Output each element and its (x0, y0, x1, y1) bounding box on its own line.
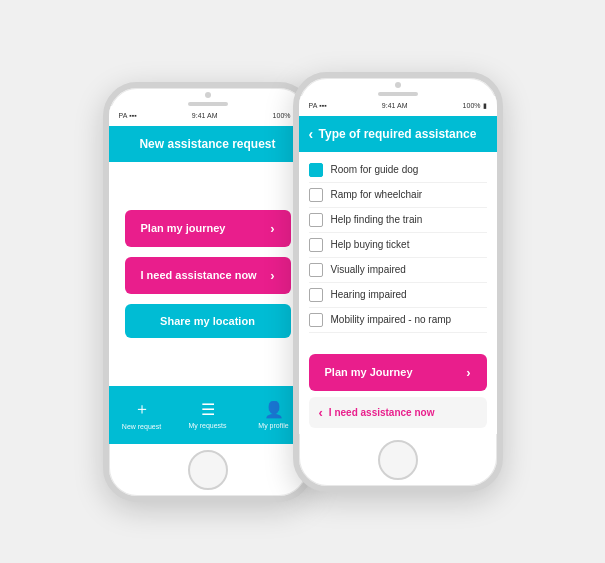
left-header-title: New assistance request (139, 137, 275, 151)
back-arrow-icon[interactable]: ‹ (309, 126, 314, 142)
carrier-left: PA (119, 112, 128, 119)
share-location-label: Share my location (160, 315, 255, 327)
signal-icon: ▪▪▪ (129, 112, 136, 119)
phones-container: PA ▪▪▪ 9:41 AM 100% ▮ New assistance req… (13, 12, 593, 552)
check-item-5[interactable]: Hearing impaired (309, 283, 487, 308)
signal-icon-right: ▪▪▪ (319, 102, 326, 109)
right-app-header: ‹ Type of required assistance (299, 116, 497, 152)
home-button-right[interactable] (378, 440, 418, 480)
left-screen-content: Plan my journey › I need assistance now … (109, 162, 307, 444)
my-requests-icon: ☰ (201, 400, 215, 419)
battery-right: 100% (463, 102, 481, 109)
check-label-1: Ramp for wheelchair (331, 189, 423, 200)
check-item-2[interactable]: Help finding the train (309, 208, 487, 233)
camera-dot (205, 92, 211, 98)
checkbox-6[interactable] (309, 313, 323, 327)
checkbox-2[interactable] (309, 213, 323, 227)
right-screen-content: Room for guide dog Ramp for wheelchair H… (299, 152, 497, 434)
check-label-2: Help finding the train (331, 214, 423, 225)
nav-new-request[interactable]: ＋ New request (109, 386, 175, 444)
share-location-button[interactable]: Share my location (125, 304, 291, 338)
my-profile-icon: 👤 (264, 400, 284, 419)
left-app-header: New assistance request (109, 126, 307, 162)
new-request-icon: ＋ (134, 399, 150, 420)
check-item-0[interactable]: Room for guide dog (309, 158, 487, 183)
phone-left: PA ▪▪▪ 9:41 AM 100% ▮ New assistance req… (103, 82, 313, 502)
carrier-right: PA (309, 102, 318, 109)
time-left: 9:41 AM (192, 112, 218, 119)
home-button-left[interactable] (188, 450, 228, 490)
assistance-now-chevron-left: › (270, 268, 274, 283)
left-main-content: Plan my journey › I need assistance now … (109, 162, 307, 386)
checkbox-5[interactable] (309, 288, 323, 302)
checkbox-0[interactable] (309, 163, 323, 177)
camera-dot-right (395, 82, 401, 88)
bottom-nav: ＋ New request ☰ My requests 👤 My profile (109, 386, 307, 444)
status-bar-left: PA ▪▪▪ 9:41 AM 100% ▮ (109, 106, 307, 126)
check-item-6[interactable]: Mobility impaired - no ramp (309, 308, 487, 333)
status-bar-right: PA ▪▪▪ 9:41 AM 100% ▮ (299, 96, 497, 116)
phone-right: PA ▪▪▪ 9:41 AM 100% ▮ ‹ Type of required… (293, 72, 503, 492)
check-item-3[interactable]: Help buying ticket (309, 233, 487, 258)
check-label-0: Room for guide dog (331, 164, 419, 175)
plan-journey-button-right[interactable]: Plan my Journey › (309, 354, 487, 391)
assistance-now-label-right: I need assistance now (329, 407, 435, 418)
check-label-5: Hearing impaired (331, 289, 407, 300)
assistance-now-label-left: I need assistance now (141, 269, 257, 281)
nav-new-request-label: New request (122, 423, 161, 430)
battery-left: 100% (273, 112, 291, 119)
check-label-3: Help buying ticket (331, 239, 410, 250)
plan-journey-label-left: Plan my journey (141, 222, 226, 234)
plan-journey-chevron-right: › (466, 365, 470, 380)
plan-journey-label-right: Plan my Journey (325, 366, 413, 378)
checkbox-4[interactable] (309, 263, 323, 277)
plan-journey-chevron-left: › (270, 221, 274, 236)
assistance-now-button-right[interactable]: ‹ I need assistance now (309, 397, 487, 428)
nav-my-requests[interactable]: ☰ My requests (175, 386, 241, 444)
battery-icon-right: ▮ (483, 102, 487, 110)
nav-my-requests-label: My requests (188, 422, 226, 429)
right-header-title: Type of required assistance (319, 127, 477, 141)
checkbox-3[interactable] (309, 238, 323, 252)
checkbox-1[interactable] (309, 188, 323, 202)
time-right: 9:41 AM (382, 102, 408, 109)
nav-my-profile-label: My profile (258, 422, 288, 429)
checklist: Room for guide dog Ramp for wheelchair H… (299, 152, 497, 346)
assistance-chevron-icon: ‹ (319, 405, 323, 420)
assistance-now-button-left[interactable]: I need assistance now › (125, 257, 291, 294)
check-item-1[interactable]: Ramp for wheelchair (309, 183, 487, 208)
right-bottom-actions: Plan my Journey › ‹ I need assistance no… (299, 346, 497, 434)
check-item-4[interactable]: Visually impaired (309, 258, 487, 283)
plan-journey-button-left[interactable]: Plan my journey › (125, 210, 291, 247)
check-label-4: Visually impaired (331, 264, 406, 275)
check-label-6: Mobility impaired - no ramp (331, 314, 452, 325)
